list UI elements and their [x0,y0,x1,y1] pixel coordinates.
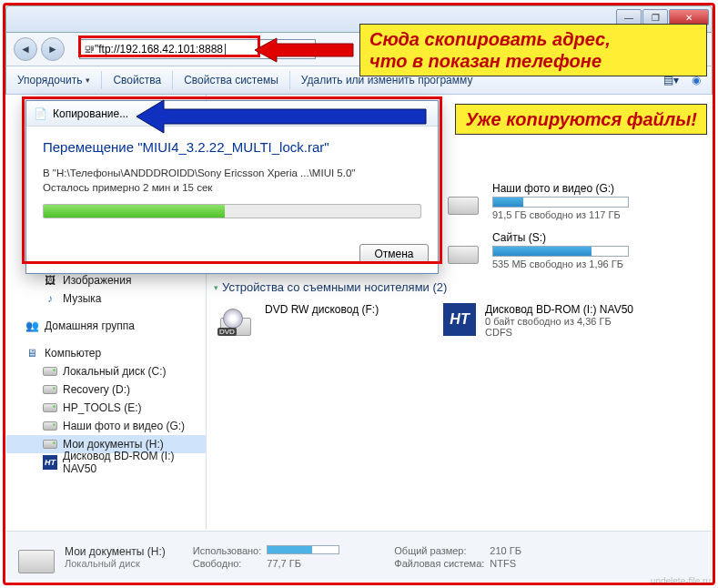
sidebar-drive-g[interactable]: Наши фото и видео (G:) [6,417,206,435]
address-text: "ftp://192.168.42.101:8888 [95,43,223,56]
drive-free: 91,5 ГБ свободно из 117 ГБ [492,209,656,220]
svg-marker-1 [137,100,426,133]
hdd-icon [443,231,483,264]
annotation-text-1: Сюда скопировать адрес, что в показан те… [359,24,707,76]
hdd-icon [443,182,483,215]
drive-dvd[interactable]: DVD DVD RW дисковод (F:) [207,298,434,343]
annotation-text-2: Уже копируются файлы! [455,104,707,135]
sidebar-drive-d[interactable]: Recovery (D:) [6,380,206,399]
dvd-icon: DVD [216,303,256,336]
status-name: Мои документы (H:) [65,545,166,558]
properties-button[interactable]: Свойства [102,66,172,94]
sidebar-homegroup[interactable]: 👥Домашняя группа [6,317,206,335]
drive-bd[interactable]: HT Дисковод BD-ROM (I:) NAV50 0 байт сво… [434,298,662,343]
drive-name: Наши фото и видео (G:) [492,182,656,195]
arrow-blue-icon [137,98,428,135]
hdd-icon [14,541,59,573]
progress-bar [43,204,421,218]
ht-icon: HT [443,303,476,336]
sidebar-drive-c[interactable]: Локальный диск (C:) [6,362,206,380]
copy-title-text: Копирование... [53,107,128,120]
drive-item[interactable]: Наши фото и видео (G:) 91,5 ГБ свободно … [434,177,662,226]
copy-heading: Перемещение "MIUI4_3.2.22_MULTI_lock.rar… [43,139,421,155]
forward-button[interactable]: ► [41,37,65,61]
copy-path: В "H:\Телефоны\ANDDDROIDD\Sony Ericsson … [43,166,421,180]
back-button[interactable]: ◄ [14,37,37,61]
cancel-button[interactable]: Отмена [359,244,429,264]
sidebar-music[interactable]: ♪Музыка [6,289,206,308]
sidebar-computer[interactable]: 🖥Компьютер [6,344,206,362]
arrow-red-icon [255,35,355,66]
drive-name: Сайты (S:) [492,231,656,244]
drive-free: 535 МБ свободно из 1,96 ГБ [492,259,656,269]
watermark: undelete-file.ru [651,576,711,586]
sidebar-drive-bd[interactable]: HTДисковод BD-ROM (I:) NAV50 [6,453,206,471]
copy-icon: 📄 [34,107,47,120]
system-properties-button[interactable]: Свойства системы [173,66,289,94]
section-removable[interactable]: ▾Устройства со съемными носителями (2) [207,275,712,298]
status-bar: Мои документы (H:) Локальный диск Исполь… [6,531,712,582]
organize-menu[interactable]: Упорядочить [6,66,101,94]
copy-remaining: Осталось примерно 2 мин и 15 сек [43,180,421,195]
svg-marker-0 [255,38,353,62]
sidebar-drive-e[interactable]: HP_TOOLS (E:) [6,399,206,417]
drive-item[interactable]: Сайты (S:) 535 МБ свободно из 1,96 ГБ [434,226,662,275]
status-type: Локальный диск [65,558,166,569]
